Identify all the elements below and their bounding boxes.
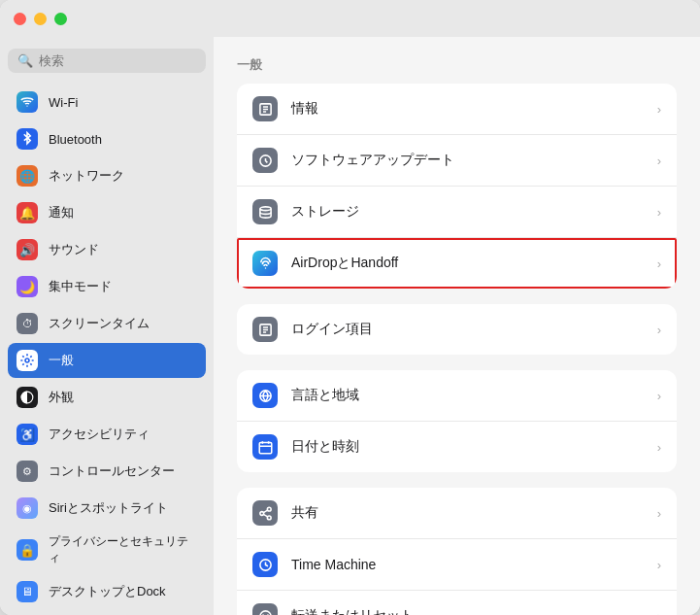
sidebar-item-label: ネットワーク xyxy=(49,167,124,185)
svg-rect-15 xyxy=(259,442,272,453)
sidebar-item-label: アクセシビリティ xyxy=(49,426,150,443)
network-icon: 🌐 xyxy=(16,164,39,188)
chevron-icon: › xyxy=(657,154,661,168)
menu-item-software[interactable]: ソフトウェアアップデート › xyxy=(237,135,677,187)
datetime-label: 日付と時刻 xyxy=(291,438,644,456)
airdrop-icon xyxy=(252,251,278,276)
svg-point-0 xyxy=(26,105,27,106)
sidebar-item-network[interactable]: 🌐 ネットワーク xyxy=(8,158,206,193)
info-label: 情報 xyxy=(291,100,644,118)
sidebar-item-label: 一般 xyxy=(49,352,74,369)
main-panel: 一般 情報 › xyxy=(214,37,700,615)
section-title: 一般 xyxy=(237,56,677,74)
chevron-icon: › xyxy=(657,205,661,220)
sidebar-item-wifi[interactable]: Wi-Fi xyxy=(8,85,206,120)
appearance-icon xyxy=(16,386,39,409)
svg-point-16 xyxy=(267,507,271,511)
sidebar-item-sound[interactable]: 🔊 サウンド xyxy=(8,232,206,267)
chevron-icon: › xyxy=(657,323,661,337)
menu-item-info[interactable]: 情報 › xyxy=(237,84,677,135)
menu-item-login[interactable]: ログイン項目 › xyxy=(237,304,677,355)
svg-point-22 xyxy=(259,610,270,615)
sidebar-item-general[interactable]: 一般 xyxy=(8,343,206,378)
menu-item-datetime[interactable]: 日付と時刻 › xyxy=(237,422,677,472)
privacy-icon: 🔒 xyxy=(16,538,39,562)
menu-item-airdrop[interactable]: AirDropとHandoff › xyxy=(237,238,677,289)
sidebar-item-label: 集中モード xyxy=(49,278,112,295)
sidebar-item-privacy[interactable]: 🔒 プライバシーとセキュリティ xyxy=(8,528,206,572)
transfer-label: 転送またはリセット xyxy=(291,607,644,615)
desktop-icon: 🖥 xyxy=(16,580,39,603)
accessibility-icon: ♿ xyxy=(16,423,39,446)
sharing-label: 共有 xyxy=(291,504,644,522)
svg-line-19 xyxy=(263,514,267,516)
chevron-icon: › xyxy=(657,256,661,271)
wifi-icon xyxy=(16,90,39,114)
search-box[interactable]: 🔍 xyxy=(8,49,206,73)
transfer-icon xyxy=(252,603,278,615)
svg-point-1 xyxy=(25,359,29,362)
sidebar-item-notification[interactable]: 🔔 通知 xyxy=(8,195,206,230)
sidebar-item-label: Bluetooth xyxy=(49,132,102,147)
svg-point-8 xyxy=(259,206,270,210)
sidebar-item-label: 外観 xyxy=(49,389,74,406)
storage-label: ストレージ xyxy=(291,203,644,221)
general-icon xyxy=(16,349,39,372)
sidebar-item-display[interactable]: 🖥 ディスプレイ xyxy=(8,611,206,615)
sidebar-item-label: サウンド xyxy=(49,241,99,258)
datetime-icon xyxy=(252,434,278,460)
minimize-button[interactable] xyxy=(34,13,47,25)
chevron-icon: › xyxy=(657,506,661,521)
sidebar-item-label: デスクトップとDock xyxy=(49,583,166,600)
screentime-icon: ⏱ xyxy=(16,312,39,335)
info-icon xyxy=(252,96,278,121)
timemachine-icon xyxy=(252,552,278,577)
timemachine-label: Time Machine xyxy=(291,557,644,572)
chevron-icon: › xyxy=(657,609,661,616)
menu-item-transfer[interactable]: 転送またはリセット › xyxy=(237,591,677,615)
login-icon xyxy=(252,317,278,342)
menu-group-1: 情報 › ソフトウェアアップデート › xyxy=(237,84,677,289)
bluetooth-icon xyxy=(16,127,39,151)
menu-group-4: 共有 › Time Machine › xyxy=(237,488,677,615)
sidebar-item-siri[interactable]: ◉ Siriとスポットライト xyxy=(8,491,206,526)
storage-icon xyxy=(252,199,278,224)
search-input[interactable] xyxy=(39,53,196,68)
chevron-icon: › xyxy=(657,440,661,455)
sharing-icon xyxy=(252,500,278,526)
sidebar-item-appearance[interactable]: 外観 xyxy=(8,380,206,415)
main-window: 🔍 Wi-Fi xyxy=(0,0,700,615)
sidebar-item-label: Wi-Fi xyxy=(49,95,78,110)
chevron-icon: › xyxy=(657,102,661,117)
sidebar-item-screentime[interactable]: ⏱ スクリーンタイム xyxy=(8,306,206,341)
svg-point-17 xyxy=(259,511,263,515)
language-icon xyxy=(252,383,278,408)
login-label: ログイン項目 xyxy=(291,321,644,338)
sidebar-item-label: スクリーンタイム xyxy=(49,315,150,332)
content-area: 🔍 Wi-Fi xyxy=(0,37,700,615)
svg-point-18 xyxy=(267,516,271,520)
sidebar-item-label: 通知 xyxy=(49,204,74,222)
chevron-icon: › xyxy=(657,389,661,403)
sidebar-item-label: Siriとスポットライト xyxy=(49,499,168,517)
sidebar-item-bluetooth[interactable]: Bluetooth xyxy=(8,121,206,156)
close-button[interactable] xyxy=(14,13,26,25)
menu-item-storage[interactable]: ストレージ › xyxy=(237,187,677,238)
airdrop-label: AirDropとHandoff xyxy=(291,255,644,272)
menu-item-language[interactable]: 言語と地域 › xyxy=(237,370,677,422)
svg-line-20 xyxy=(263,510,267,512)
sidebar-item-desktop[interactable]: 🖥 デスクトップとDock xyxy=(8,574,206,609)
software-label: ソフトウェアアップデート xyxy=(291,152,644,169)
menu-item-timemachine[interactable]: Time Machine › xyxy=(237,539,677,591)
menu-group-3: 言語と地域 › 日付と時刻 › xyxy=(237,370,677,472)
titlebar xyxy=(0,0,700,37)
sidebar-item-label: プライバシーとセキュリティ xyxy=(49,533,198,566)
menu-item-sharing[interactable]: 共有 › xyxy=(237,488,677,539)
sidebar-item-controlcenter[interactable]: ⚙ コントロールセンター xyxy=(8,454,206,489)
sidebar-item-accessibility[interactable]: ♿ アクセシビリティ xyxy=(8,417,206,452)
chevron-icon: › xyxy=(657,558,661,572)
maximize-button[interactable] xyxy=(54,13,67,25)
software-icon xyxy=(252,148,278,173)
svg-point-9 xyxy=(264,267,266,269)
sidebar-item-focus[interactable]: 🌙 集中モード xyxy=(8,269,206,304)
